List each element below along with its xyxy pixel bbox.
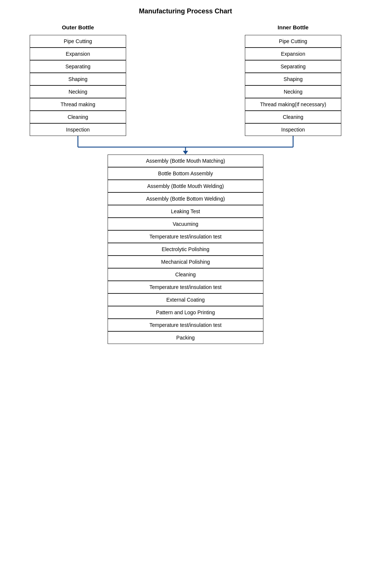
center-step-4: Leaking Test: [108, 205, 263, 218]
inner-step-2: Separating: [245, 60, 341, 73]
center-step-5: Vacuuming: [108, 218, 263, 230]
center-step-11: External Coating: [108, 293, 263, 306]
outer-step-0: Pipe Cutting: [30, 35, 126, 48]
outer-bottle-column: Pipe CuttingExpansionSeparatingShapingNe…: [22, 35, 134, 136]
center-step-3: Assembly (Bottle Bottom Welding): [108, 192, 263, 205]
outer-step-6: Cleaning: [30, 111, 126, 123]
inner-bottle-column: Pipe CuttingExpansionSeparatingShapingNe…: [237, 35, 349, 136]
parallel-columns: Pipe CuttingExpansionSeparatingShapingNe…: [11, 35, 360, 136]
center-step-6: Temperature test/insulation test: [108, 230, 263, 243]
chart-container: Outer Bottle Inner Bottle Pipe CuttingEx…: [0, 24, 371, 344]
outer-step-2: Separating: [30, 60, 126, 73]
center-step-8: Mechanical Polishing: [108, 256, 263, 268]
center-step-13: Temperature test/insulation test: [108, 319, 263, 331]
center-step-0: Assembly (Bottle Mouth Matching): [108, 155, 263, 167]
outer-step-1: Expansion: [30, 48, 126, 60]
outer-step-7: Inspection: [30, 123, 126, 136]
outer-bottle-header: Outer Bottle: [22, 24, 134, 30]
inner-step-1: Expansion: [245, 48, 341, 60]
inner-step-7: Inspection: [245, 123, 341, 136]
inner-step-5: Thread making(If necessary): [245, 98, 341, 111]
column-headers: Outer Bottle Inner Bottle: [0, 24, 371, 30]
center-step-1: Bottle Bottom Assembly: [108, 167, 263, 180]
inner-step-4: Necking: [245, 85, 341, 98]
outer-step-5: Thread making: [30, 98, 126, 111]
inner-step-3: Shaping: [245, 73, 341, 85]
page-title: Manufacturing Process Chart: [0, 7, 371, 15]
center-section: Assembly (Bottle Mouth Matching)Bottle B…: [0, 155, 371, 344]
center-step-7: Electrolytic Polishing: [108, 243, 263, 256]
center-step-9: Cleaning: [108, 268, 263, 281]
center-step-10: Temperature test/insulation test: [108, 281, 263, 293]
inner-step-0: Pipe Cutting: [245, 35, 341, 48]
center-step-12: Pattern and Logo Printing: [108, 306, 263, 319]
svg-marker-5: [183, 151, 188, 155]
inner-bottle-header: Inner Bottle: [237, 24, 349, 30]
inner-step-6: Cleaning: [245, 111, 341, 123]
outer-step-3: Shaping: [30, 73, 126, 85]
center-step-14: Packing: [108, 331, 263, 344]
center-step-2: Assembly (Bottle Mouth Welding): [108, 180, 263, 192]
outer-step-4: Necking: [30, 85, 126, 98]
